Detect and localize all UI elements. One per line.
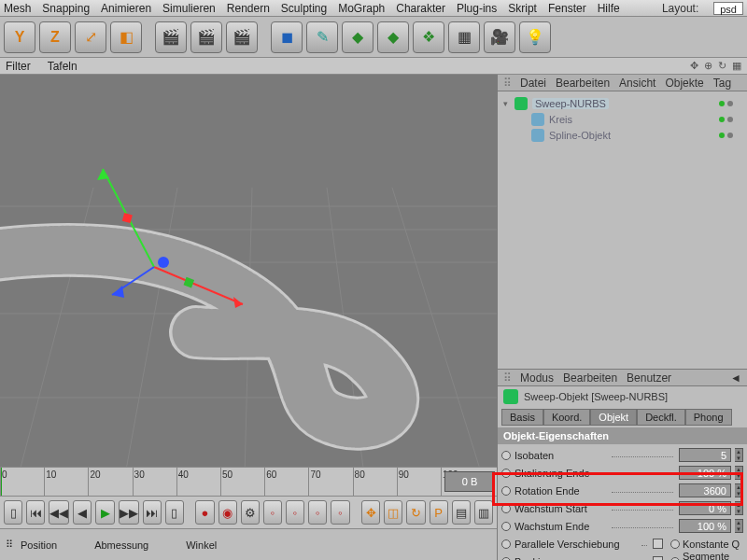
am-bearbeiten[interactable]: Bearbeiten bbox=[563, 371, 617, 385]
timeline[interactable]: 0102030405060708090100 0 B bbox=[0, 467, 497, 497]
key-rot-icon[interactable]: ◦ bbox=[308, 500, 327, 525]
anim-radio-icon[interactable] bbox=[670, 557, 680, 561]
nav-back-icon[interactable]: ◄ bbox=[730, 371, 741, 385]
menu-skript[interactable]: Skript bbox=[508, 2, 537, 15]
menu-simulieren[interactable]: Simulieren bbox=[162, 2, 216, 15]
menu-plugins[interactable]: Plug-ins bbox=[457, 2, 497, 15]
menu-mograph[interactable]: MoGraph bbox=[338, 2, 385, 15]
spline-pen-icon[interactable]: ✎ bbox=[306, 21, 338, 53]
anim-radio-icon[interactable] bbox=[670, 539, 680, 549]
menu-charakter[interactable]: Charakter bbox=[396, 2, 445, 15]
prop-value-input[interactable]: 100 % bbox=[679, 466, 731, 480]
tab-objekt[interactable]: Objekt bbox=[590, 409, 637, 426]
menu-animieren[interactable]: Animieren bbox=[101, 2, 151, 15]
environment-icon[interactable]: ▦ bbox=[448, 21, 480, 53]
menu-rendern[interactable]: Rendern bbox=[227, 2, 270, 15]
render-clapper-icon[interactable]: 🎬 bbox=[155, 21, 187, 53]
viewport-zoom-icon[interactable]: ⊕ bbox=[704, 60, 712, 72]
am-benutzer[interactable]: Benutzer bbox=[627, 371, 671, 385]
axis-z-button[interactable]: Z bbox=[39, 21, 71, 53]
tab-koord[interactable]: Koord. bbox=[543, 409, 590, 426]
key-scale-icon[interactable]: ◦ bbox=[286, 500, 304, 525]
om-item-spline-objekt[interactable]: Spline-Objekt bbox=[501, 127, 743, 143]
primitive-cube-icon[interactable]: ◼ bbox=[271, 21, 303, 53]
checkbox[interactable] bbox=[653, 539, 663, 549]
om-item-sweep-nurbs[interactable]: ▾Sweep-NURBS bbox=[501, 95, 743, 111]
visibility-dot[interactable] bbox=[727, 117, 733, 122]
disclosure-icon[interactable] bbox=[518, 115, 527, 123]
p-icon[interactable]: P bbox=[430, 500, 448, 525]
anim-radio-icon[interactable] bbox=[501, 522, 511, 531]
move-tool-icon[interactable]: ✥ bbox=[361, 500, 380, 525]
prop-value-input[interactable]: 3600 bbox=[679, 483, 731, 497]
tab-deckfl[interactable]: Deckfl. bbox=[637, 409, 685, 426]
anim-radio-icon[interactable] bbox=[501, 504, 511, 513]
viewport-3d[interactable] bbox=[0, 75, 497, 467]
om-objekte[interactable]: Objekte bbox=[665, 77, 703, 90]
om-tags[interactable]: Tag bbox=[713, 77, 731, 90]
light-icon[interactable]: 💡 bbox=[519, 21, 551, 53]
om-ansicht[interactable]: Ansicht bbox=[619, 77, 655, 90]
stepper-icon[interactable]: ▲▼ bbox=[735, 483, 743, 497]
viewport-nav-icon[interactable]: ✥ bbox=[690, 60, 698, 72]
rotate-tool-icon[interactable]: ↻ bbox=[406, 500, 425, 525]
go-end-icon[interactable]: ⏭ bbox=[143, 500, 162, 525]
key-param-icon[interactable]: ◦ bbox=[331, 500, 349, 525]
layout-selector[interactable]: psd bbox=[713, 2, 743, 15]
object-manager-tree[interactable]: ▾Sweep-NURBSKreisSpline-Objekt bbox=[498, 91, 747, 370]
menu-hilfe[interactable]: Hilfe bbox=[598, 2, 620, 15]
prop-value-input[interactable]: 100 % bbox=[679, 519, 731, 533]
key-pos-icon[interactable]: ◦ bbox=[263, 500, 282, 525]
go-nextkey-icon[interactable]: ▶▶ bbox=[119, 500, 139, 525]
anim-radio-icon[interactable] bbox=[501, 539, 511, 549]
visibility-dot[interactable] bbox=[727, 133, 733, 138]
anim-radio-icon[interactable] bbox=[501, 469, 511, 478]
stepper-icon[interactable]: ▲▼ bbox=[735, 466, 743, 480]
timeline-current-frame[interactable]: 0 B bbox=[444, 471, 495, 492]
camera-icon[interactable]: 🎥 bbox=[484, 21, 515, 53]
keyselect-icon[interactable]: ⚙ bbox=[241, 500, 260, 525]
tab-basis[interactable]: Basis bbox=[501, 409, 543, 426]
checkbox[interactable]: ✓ bbox=[653, 556, 663, 560]
deformer-icon[interactable]: ❖ bbox=[413, 21, 444, 53]
filter-menu[interactable]: Filter bbox=[6, 60, 31, 73]
scale-tool-icon[interactable]: ◫ bbox=[384, 500, 402, 525]
prop-value-input[interactable]: 0 % bbox=[679, 501, 731, 515]
go-prevkey-icon[interactable]: ◀◀ bbox=[49, 500, 69, 525]
anim-radio-icon[interactable] bbox=[501, 451, 511, 460]
anim-radio-icon[interactable] bbox=[501, 486, 511, 496]
om-datei[interactable]: Datei bbox=[520, 77, 546, 90]
render-settings-icon[interactable]: 🎬 bbox=[226, 21, 258, 53]
om-item-kreis[interactable]: Kreis bbox=[501, 111, 743, 127]
stepper-icon[interactable]: ▲▼ bbox=[735, 519, 743, 533]
autokey-icon[interactable]: ◉ bbox=[218, 500, 237, 525]
disclosure-icon[interactable] bbox=[518, 131, 527, 139]
visibility-dot[interactable] bbox=[727, 101, 733, 106]
stepper-icon[interactable]: ▲▼ bbox=[735, 448, 743, 462]
menu-fenster[interactable]: Fenster bbox=[548, 2, 586, 15]
visibility-dot[interactable] bbox=[719, 133, 725, 138]
array-icon[interactable]: ◆ bbox=[377, 21, 409, 53]
visibility-dot[interactable] bbox=[719, 101, 725, 106]
viewport-layout-icon[interactable]: ▦ bbox=[732, 60, 741, 72]
extra2-icon[interactable]: ▥ bbox=[474, 500, 493, 525]
om-bearbeiten[interactable]: Bearbeiten bbox=[556, 77, 610, 90]
field-start-icon[interactable]: ▯ bbox=[4, 500, 22, 525]
visibility-dot[interactable] bbox=[719, 117, 725, 122]
axis-y-button[interactable]: Y bbox=[4, 21, 35, 53]
menu-snapping[interactable]: Snapping bbox=[42, 2, 90, 15]
nurbs-icon[interactable]: ◆ bbox=[342, 21, 374, 53]
render-region-icon[interactable]: 🎬 bbox=[190, 21, 222, 53]
am-modus[interactable]: Modus bbox=[520, 371, 554, 385]
scale-icon[interactable]: ⤢ bbox=[75, 21, 106, 53]
play-icon[interactable]: ▶ bbox=[95, 500, 114, 525]
record-icon[interactable]: ● bbox=[195, 500, 214, 525]
play-back-icon[interactable]: ◀ bbox=[73, 500, 92, 525]
anim-radio-icon[interactable] bbox=[501, 557, 511, 561]
tafeln-menu[interactable]: Tafeln bbox=[48, 60, 78, 73]
prop-value-input[interactable]: 5 bbox=[679, 448, 731, 462]
tab-phong[interactable]: Phong bbox=[685, 409, 732, 426]
viewport-rotate-icon[interactable]: ↻ bbox=[718, 60, 726, 72]
menu-sculpting[interactable]: Sculpting bbox=[281, 2, 327, 15]
stepper-icon[interactable]: ▲▼ bbox=[735, 501, 743, 515]
